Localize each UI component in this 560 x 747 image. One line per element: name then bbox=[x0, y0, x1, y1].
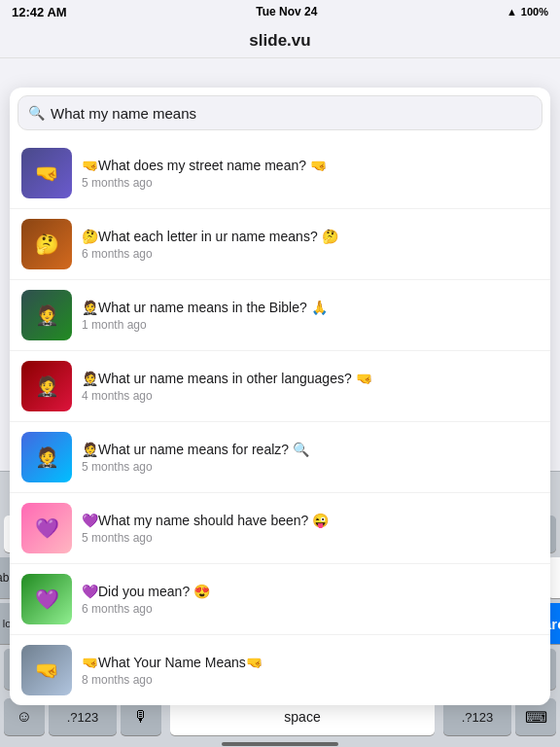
autocomplete-time-6: 5 months ago bbox=[82, 531, 539, 545]
autocomplete-item-2[interactable]: 🤔 🤔What each letter in ur name means? 🤔 … bbox=[10, 209, 550, 280]
autocomplete-time-3: 1 month ago bbox=[82, 318, 539, 332]
autocomplete-title-6: 💜What my name should have been? 😜 bbox=[82, 512, 539, 529]
search-icon: 🔍 bbox=[28, 105, 45, 121]
autocomplete-time-2: 6 months ago bbox=[82, 247, 539, 261]
autocomplete-title-8: 🤜What Your Name Means🤜 bbox=[82, 654, 539, 671]
autocomplete-info-8: 🤜What Your Name Means🤜 8 months ago bbox=[82, 654, 539, 687]
autocomplete-thumb-3: 🤵 bbox=[21, 290, 72, 340]
app-container: slide.vu 🔍 search games New 👓 💄 🌿 Trendi… bbox=[0, 23, 560, 747]
status-time: 12:42 AM bbox=[12, 5, 67, 19]
autocomplete-item-7[interactable]: 💜 💜Did you mean? 😍 6 months ago bbox=[10, 564, 550, 635]
title-bar: slide.vu bbox=[0, 23, 560, 58]
autocomplete-thumb-2: 🤔 bbox=[21, 219, 72, 269]
active-search-bar[interactable]: 🔍 What my name means bbox=[18, 95, 542, 130]
app-title: slide.vu bbox=[249, 31, 310, 51]
autocomplete-title-3: 🤵What ur name means in the Bible? 🙏 bbox=[82, 299, 539, 316]
autocomplete-time-8: 8 months ago bbox=[82, 673, 539, 687]
autocomplete-info-2: 🤔What each letter in ur name means? 🤔 6 … bbox=[82, 228, 539, 261]
autocomplete-info-4: 🤵What ur name means in other languages? … bbox=[82, 370, 539, 403]
autocomplete-info-5: 🤵What ur name means for realz? 🔍 5 month… bbox=[82, 441, 539, 474]
autocomplete-item-6[interactable]: 💜 💜What my name should have been? 😜 5 mo… bbox=[10, 493, 550, 564]
autocomplete-title-5: 🤵What ur name means for realz? 🔍 bbox=[82, 441, 539, 458]
autocomplete-info-3: 🤵What ur name means in the Bible? 🙏 1 mo… bbox=[82, 299, 539, 332]
autocomplete-title-7: 💜Did you mean? 😍 bbox=[82, 583, 539, 600]
autocomplete-title-1: 🤜What does my street name mean? 🤜 bbox=[82, 157, 539, 174]
autocomplete-time-5: 5 months ago bbox=[82, 460, 539, 474]
autocomplete-item-4[interactable]: 🤵 🤵What ur name means in other languages… bbox=[10, 351, 550, 422]
autocomplete-info-7: 💜Did you mean? 😍 6 months ago bbox=[82, 583, 539, 616]
autocomplete-thumb-4: 🤵 bbox=[21, 361, 72, 411]
autocomplete-time-7: 6 months ago bbox=[82, 602, 539, 616]
wifi-icon: ▲ bbox=[507, 6, 517, 18]
status-bar: 12:42 AM Tue Nov 24 ▲ 100% bbox=[0, 0, 560, 23]
autocomplete-item-1[interactable]: 🤜 🤜What does my street name mean? 🤜 5 mo… bbox=[10, 138, 550, 209]
autocomplete-item-3[interactable]: 🤵 🤵What ur name means in the Bible? 🙏 1 … bbox=[10, 280, 550, 351]
status-icons: ▲ 100% bbox=[507, 6, 548, 18]
autocomplete-time-1: 5 months ago bbox=[82, 176, 539, 190]
autocomplete-thumb-8: 🤜 bbox=[21, 645, 72, 695]
autocomplete-thumb-1: 🤜 bbox=[21, 148, 72, 198]
home-indicator bbox=[0, 743, 560, 747]
autocomplete-thumb-5: 🤵 bbox=[21, 432, 72, 482]
status-date: Tue Nov 24 bbox=[256, 5, 317, 18]
autocomplete-title-4: 🤵What ur name means in other languages? … bbox=[82, 370, 539, 387]
autocomplete-title-2: 🤔What each letter in ur name means? 🤔 bbox=[82, 228, 539, 245]
autocomplete-thumb-6: 💜 bbox=[21, 503, 72, 553]
autocomplete-item-8[interactable]: 🤜 🤜What Your Name Means🤜 8 months ago bbox=[10, 635, 550, 705]
autocomplete-item-5[interactable]: 🤵 🤵What ur name means for realz? 🔍 5 mon… bbox=[10, 422, 550, 493]
autocomplete-thumb-7: 💜 bbox=[21, 574, 72, 624]
battery-icon: 100% bbox=[521, 6, 548, 18]
search-input-display[interactable]: What my name means bbox=[51, 105, 532, 122]
home-bar bbox=[222, 742, 338, 746]
autocomplete-info-6: 💜What my name should have been? 😜 5 mont… bbox=[82, 512, 539, 545]
autocomplete-info-1: 🤜What does my street name mean? 🤜 5 mont… bbox=[82, 157, 539, 190]
autocomplete-time-4: 4 months ago bbox=[82, 389, 539, 403]
autocomplete-overlay: 🔍 What my name means 🤜 🤜What does my str… bbox=[10, 88, 550, 705]
